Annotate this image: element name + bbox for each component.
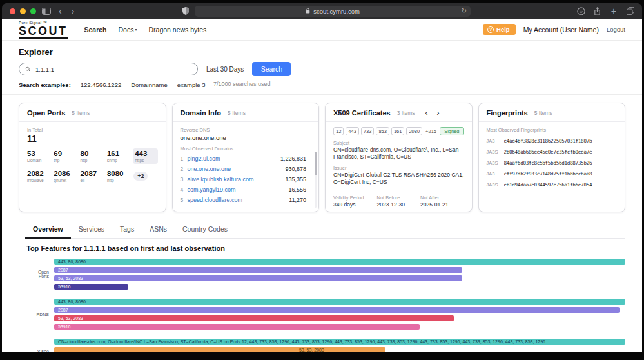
date-range-dropdown[interactable]: Last 30 Days (206, 66, 244, 73)
tab-country-codes[interactable]: Country Codes (175, 221, 235, 238)
nav-dragon-news-bytes[interactable]: Dragon news bytes (148, 26, 206, 34)
x509-certificates-card: X509 Certificates 3 Items ‹ › 12 443 733… (325, 103, 473, 212)
tab-overview[interactable]: Overview (25, 221, 71, 239)
example-query-1[interactable]: 122.4566.1222 (81, 81, 121, 88)
tab-services[interactable]: Services (71, 221, 112, 238)
back-button[interactable]: ‹ (57, 6, 64, 15)
chart-bar: 2087 (54, 307, 620, 313)
total-ports-value: 11 (27, 134, 158, 144)
subject-label: Subject (333, 140, 464, 146)
tab-asns[interactable]: ASNs (142, 221, 175, 238)
card-title: Domain Info (181, 109, 222, 117)
main-nav: Search Docs ▾ Dragon news bytes (84, 26, 207, 34)
port-cell-highlighted: 443 https (133, 148, 158, 164)
more-ports-chip[interactable]: +2 (133, 172, 148, 181)
nav-search[interactable]: Search (84, 26, 107, 34)
issuer-label: Issuer (333, 165, 464, 171)
search-row: Last 30 Days Search (19, 62, 625, 76)
explorer-section: Explorer Last 30 Days Search Search exam… (2, 41, 642, 95)
header-right: ? Help My Account (User Name) Logout (483, 24, 625, 35)
address-bar[interactable]: scout.cymru.com ↻ (195, 6, 471, 17)
carousel-controls: ‹ › (425, 109, 440, 117)
card-items-count: 5 Items (534, 110, 552, 116)
card-title: Open Ports (27, 109, 65, 117)
search-input[interactable] (35, 66, 191, 73)
logout-link[interactable]: Logout (607, 26, 625, 33)
scrollbar-thumb[interactable] (315, 152, 317, 175)
tab-overview-icon[interactable] (627, 7, 634, 15)
search-icon (25, 63, 31, 75)
searches-used-counter: 7/1000 searches used (213, 81, 271, 87)
chart-group: X.509CN=cloudflare-dns.com, O=cloudflare… (26, 334, 625, 352)
chart-bar: 53916 (54, 324, 420, 330)
lock-icon (306, 8, 310, 15)
chart-bar-label: 53, 53, 2083 (58, 276, 83, 281)
card-title: Fingerprints (487, 109, 528, 117)
cert-port-badge: 443 (346, 127, 359, 135)
next-certificate-button[interactable]: › (437, 109, 440, 117)
domain-row: 1 ping2.ui.com 1,226,831 (181, 155, 311, 162)
subject-value: CN=cloudflare-dns.com, O=Cloudflare\, In… (333, 146, 464, 161)
browser-actions: + (577, 6, 634, 15)
domain-link[interactable]: one.one.one.one (188, 166, 231, 172)
search-sub-row: Search examples: 122.4566.1222 Domainnam… (19, 81, 625, 89)
chart-group: PDNS443, 80, 8080208753, 53, 208353916 (26, 294, 625, 334)
chart-group: Open Ports443, 80, 8080208753, 53, 20835… (26, 254, 625, 294)
chart-bar: 53, 53, 2083 (54, 275, 462, 281)
zoom-window-button[interactable] (30, 8, 36, 14)
cert-port-badge: 853 (376, 127, 389, 135)
chart-category-label: X.509 (26, 334, 54, 352)
prev-certificate-button[interactable]: ‹ (425, 109, 428, 117)
domain-link[interactable]: ping2.ui.com (188, 155, 220, 162)
open-ports-card: Open Ports 5 Items In Total 11 53 Domain… (19, 103, 166, 212)
page-viewport: Pure Signal ™ SCOUT Search Docs ▾ Dragon… (2, 19, 642, 352)
sidebar-toggle-icon[interactable] (42, 8, 51, 15)
refresh-icon[interactable]: ↻ (462, 8, 467, 14)
domain-link[interactable]: alive.kpublish.kaltura.com (188, 176, 254, 183)
share-icon[interactable] (594, 7, 601, 15)
fingerprint-row: JA3S eb1d94daa7e0344597e756a1fb6e7054 (487, 182, 618, 188)
close-window-button[interactable] (10, 8, 15, 14)
fingerprint-row: JA3 e4ae4bf3828c31186225057031f1807b (487, 138, 618, 144)
tab-tags[interactable]: Tags (112, 221, 142, 238)
page-title: Explorer (19, 47, 625, 57)
chart-bar-label: 53, 53, 2083 (58, 316, 83, 321)
minimize-window-button[interactable] (20, 8, 26, 14)
not-before-value: 2023-12-30 (377, 201, 421, 208)
brand-tagline: Pure Signal ™ (19, 21, 68, 25)
chart-heading: Top Features for 1.1.1.1 based on first … (26, 245, 625, 252)
scout-logo[interactable]: Pure Signal ™ SCOUT (19, 21, 68, 39)
port-cell: 8080 http (107, 170, 131, 183)
chart-bar-label: 443, 80, 8080 (58, 299, 86, 304)
privacy-shield-icon[interactable] (182, 7, 189, 15)
example-query-2[interactable]: Domainname (131, 81, 168, 88)
domain-row: 4 com.yangyi19.com 16,556 (181, 186, 311, 193)
chart-bar-label: 2087 (58, 308, 68, 312)
chart-bar-label: 53916 (58, 285, 70, 289)
port-cell: 2086 gnunet (54, 170, 77, 183)
search-button[interactable]: Search (252, 62, 291, 76)
new-tab-icon[interactable]: + (609, 6, 618, 15)
my-account-menu[interactable]: My Account (User Name) (523, 26, 599, 34)
signed-badge: Signed (440, 127, 463, 135)
forward-button[interactable]: › (70, 6, 77, 15)
example-query-3[interactable]: example 3 (177, 81, 206, 88)
not-after-label: Not After (420, 195, 464, 201)
chart-bar: CN=cloudflare-dns.com, O=cloudflare/INC … (54, 339, 625, 345)
cert-ports-row: 12 443 733 853 161 2080 +215 Signed (333, 127, 464, 135)
observed-fingerprints-label: Most Observed Fingerprints (487, 127, 618, 133)
cert-port-badge: 161 (391, 127, 405, 135)
nav-docs[interactable]: Docs ▾ (119, 26, 137, 34)
domain-link[interactable]: speed.cloudflare.com (188, 197, 243, 203)
cert-port-badge: 733 (361, 127, 375, 135)
url-text: scout.cymru.com (313, 8, 360, 15)
downloads-icon[interactable] (577, 7, 585, 15)
chart-bar: 53, 53, 2083 (54, 315, 454, 321)
domain-link[interactable]: com.yangyi19.com (188, 186, 236, 193)
domain-info-card: Domain Info 5 Items Reverse DNS one.one.… (172, 103, 320, 212)
more-cert-ports[interactable]: +215 (425, 128, 436, 134)
validity-period-value: 349 days (333, 201, 377, 208)
help-button[interactable]: ? Help (483, 24, 516, 35)
fingerprint-row: JA3 cff97db2f933c7148d75ff1bbbecbaa8 (487, 171, 618, 177)
chart-bar: 53916 (54, 284, 128, 290)
